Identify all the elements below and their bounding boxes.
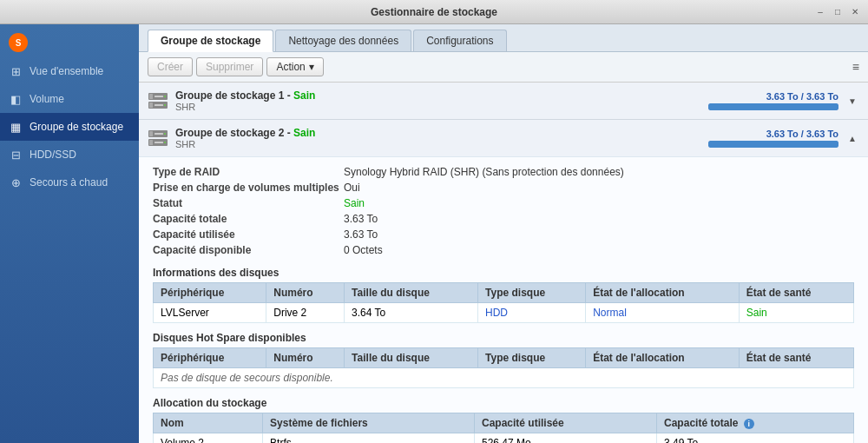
group-header-group2[interactable]: Groupe de stockage 2 - Sain SHR 3.63 To … <box>139 120 868 156</box>
allocation-header: Nom <box>154 413 263 433</box>
window-controls: – □ ✕ <box>814 6 861 18</box>
action-arrow-icon: ▾ <box>309 61 314 73</box>
tab-configurations[interactable]: Configurations <box>413 30 506 51</box>
hot-spare-title: Disques Hot Spare disponibles <box>153 332 854 344</box>
group-subtitle: SHR <box>175 139 693 149</box>
tab-groupe[interactable]: Groupe de stockage <box>148 30 273 52</box>
sidebar-item-hot-spare[interactable]: ⊕ Secours à chaud <box>0 169 139 196</box>
minimize-btn[interactable]: – <box>814 6 826 18</box>
svg-rect-14 <box>155 133 163 135</box>
group-title-area: Groupe de stockage 1 - Sain SHR <box>175 89 693 112</box>
allocation-header: Capacité totale i <box>657 413 854 433</box>
restore-btn[interactable]: □ <box>832 6 844 18</box>
alloc-filesystem: Btrfs <box>263 433 475 444</box>
detail-multi-volume: Prise en charge de volumes multiples Oui <box>153 180 854 195</box>
volume-label: Volume <box>30 93 64 105</box>
disk-type: HDD <box>478 303 586 323</box>
group-size-text: 3.63 To / 3.63 To <box>766 129 838 139</box>
sidebar-nav: ⊞ Vue d'ensemble ◧ Volume ▦ Groupe de st… <box>0 57 139 196</box>
disk-table-header: Numéro <box>266 283 345 303</box>
app-logo-icon: S <box>9 33 28 52</box>
disk-table-header: Périphérique <box>154 283 266 303</box>
hdd-ssd-icon: ⊟ <box>9 148 23 162</box>
supprimer-button[interactable]: Supprimer <box>196 57 263 76</box>
disk-device: LVLServer <box>154 303 266 323</box>
disk-table-header: État de l'allocation <box>586 283 740 303</box>
info-icon: i <box>744 419 754 429</box>
hot-spare-table: PériphériqueNuméroTaille du disqueType d… <box>153 347 854 388</box>
sidebar-item-overview[interactable]: ⊞ Vue d'ensemble <box>0 57 139 85</box>
close-btn[interactable]: ✕ <box>849 6 861 18</box>
alloc-used: 526.47 Mo <box>474 433 656 444</box>
sidebar-logo: S <box>0 28 139 57</box>
disk-health: Sain <box>739 303 853 323</box>
groups-container: Groupe de stockage 1 - Sain SHR 3.63 To … <box>139 83 868 443</box>
hot-spare-header: Numéro <box>266 348 345 368</box>
allocation-header: Système de fichiers <box>263 413 475 433</box>
hot-spare-section: Disques Hot Spare disponiblesPériphériqu… <box>153 332 854 388</box>
hot-spare-header: Périphérique <box>154 348 266 368</box>
hot-spare-header: Taille du disque <box>345 348 478 368</box>
tabs-bar: Groupe de stockageNettoyage des donnéesC… <box>139 24 868 52</box>
hdd-ssd-label: HDD/SSD <box>30 149 76 161</box>
svg-text:S: S <box>16 38 22 48</box>
group-title: Groupe de stockage 1 - Sain <box>175 89 693 102</box>
allocation-title: Allocation du stockage <box>153 397 854 409</box>
svg-rect-15 <box>155 142 163 143</box>
creer-button[interactable]: Créer <box>148 57 193 76</box>
storage-group-icon: ▦ <box>9 120 23 134</box>
list-view-icon[interactable]: ≡ <box>852 60 859 74</box>
hot-spare-no-data: Pas de disque de secours disponible. <box>154 368 854 388</box>
svg-rect-7 <box>155 104 163 106</box>
svg-rect-12 <box>149 131 153 136</box>
disk-table-header: État de santé <box>739 283 853 303</box>
overview-label: Vue d'ensemble <box>30 65 103 77</box>
group-expand-btn[interactable]: ▼ <box>845 94 859 108</box>
storage-groups-list: Groupe de stockage 1 - Sain SHR 3.63 To … <box>139 83 868 443</box>
tab-nettoyage[interactable]: Nettoyage des données <box>275 30 411 51</box>
sidebar-item-hdd-ssd[interactable]: ⊟ HDD/SSD <box>0 141 139 169</box>
group-details-group2: Type de RAID Synology Hybrid RAID (SHR) … <box>139 156 868 443</box>
app-title: Gestionnaire de stockage <box>371 6 497 18</box>
allocation-table: NomSystème de fichiersCapacité utiliséeC… <box>153 413 854 443</box>
storage-group-icon <box>148 92 168 109</box>
allocation-row: Volume 2 Btrfs 526.47 Mo 3.49 To <box>154 433 854 444</box>
svg-point-17 <box>164 142 166 143</box>
svg-rect-4 <box>149 94 153 99</box>
group-status: Sain <box>293 127 315 139</box>
disk-table-row: LVLServer Drive 2 3.64 To HDD Normal Sai… <box>154 303 854 323</box>
group-row-group2: Groupe de stockage 2 - Sain SHR 3.63 To … <box>139 120 868 443</box>
hot-spare-header: Type disque <box>478 348 586 368</box>
detail-capacite-totale: Capacité totale 3.63 To <box>153 211 854 227</box>
hot-spare-no-data-row: Pas de disque de secours disponible. <box>154 368 854 388</box>
disk-table-header: Taille du disque <box>345 283 478 303</box>
group-size-area: 3.63 To / 3.63 To <box>700 129 838 148</box>
group-progress-bar <box>708 103 838 110</box>
hot-spare-icon: ⊕ <box>9 175 23 189</box>
tabs-container: Groupe de stockageNettoyage des donnéesC… <box>148 30 507 51</box>
disk-table-header: Type disque <box>478 283 586 303</box>
sidebar-item-volume[interactable]: ◧ Volume <box>0 85 139 113</box>
action-button[interactable]: Action ▾ <box>266 57 323 76</box>
allocation-section: Allocation du stockageNomSystème de fich… <box>153 397 854 443</box>
group-title-area: Groupe de stockage 2 - Sain SHR <box>175 127 693 149</box>
storage-group-label: Groupe de stockage <box>30 121 123 133</box>
group-progress-bar <box>708 141 838 148</box>
group-title: Groupe de stockage 2 - Sain <box>175 127 693 139</box>
overview-icon: ⊞ <box>9 64 23 78</box>
group-subtitle: SHR <box>175 102 693 112</box>
svg-rect-13 <box>149 140 153 145</box>
group-header-group1[interactable]: Groupe de stockage 1 - Sain SHR 3.63 To … <box>139 83 868 119</box>
group-status: Sain <box>293 89 315 102</box>
sidebar-item-storage-group[interactable]: ▦ Groupe de stockage <box>0 113 139 141</box>
hot-spare-label: Secours à chaud <box>30 176 108 188</box>
disk-allocation: Normal <box>586 303 740 323</box>
disk-size: 3.64 To <box>345 303 478 323</box>
group-expand-btn[interactable]: ▲ <box>845 131 859 145</box>
group-size-area: 3.63 To / 3.63 To <box>700 91 838 110</box>
disk-number: Drive 2 <box>266 303 345 323</box>
svg-rect-5 <box>149 102 153 108</box>
action-label: Action <box>276 61 305 73</box>
alloc-name: Volume 2 <box>154 433 263 444</box>
detail-statut: Statut Sain <box>153 195 854 211</box>
